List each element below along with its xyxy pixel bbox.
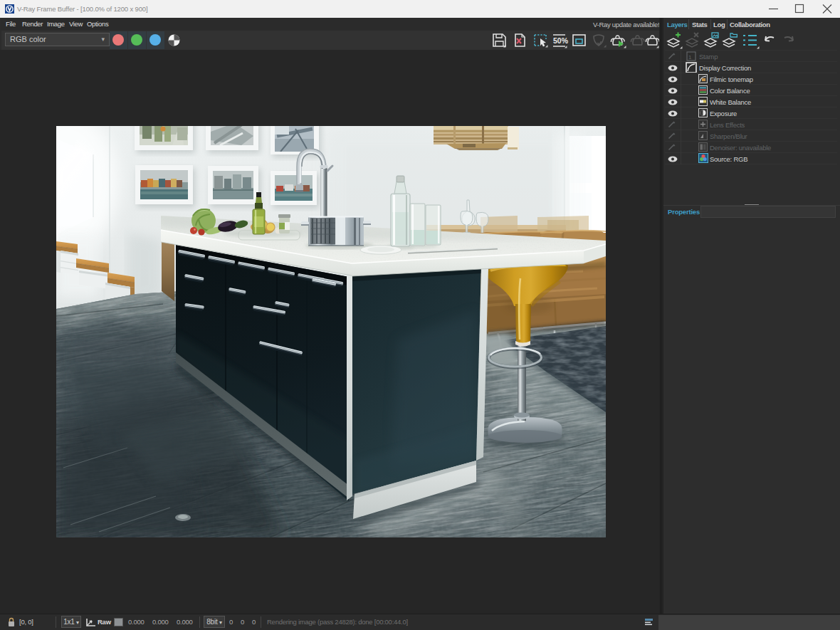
svg-text:1: 1	[688, 54, 692, 61]
svg-text:50%: 50%	[553, 36, 569, 45]
